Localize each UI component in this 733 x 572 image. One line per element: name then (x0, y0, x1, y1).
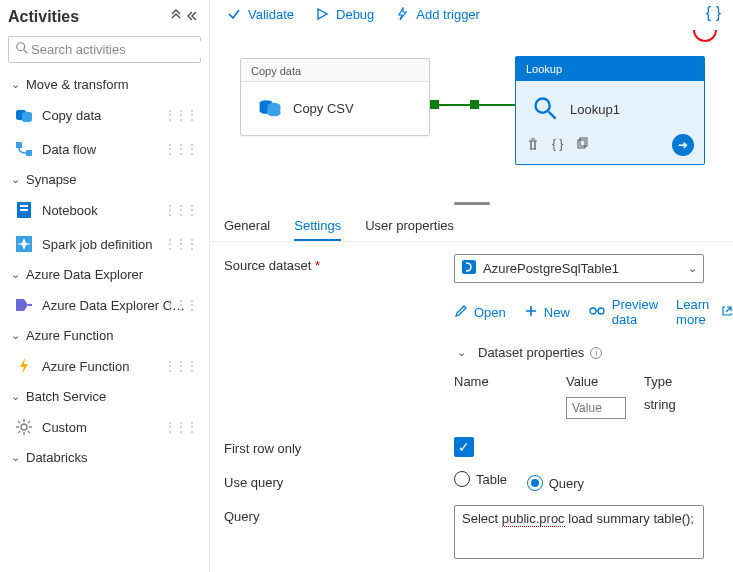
validate-button[interactable]: Validate (226, 6, 294, 22)
delete-icon[interactable] (526, 137, 540, 154)
chevron-down-icon: ⌄ (688, 262, 697, 275)
custom-gear-icon (14, 417, 34, 437)
chevron-down-icon: ⌄ (8, 173, 22, 186)
lookup-node[interactable]: Lookup Lookup1 { } ➜ (515, 56, 705, 165)
panel-resize-handle[interactable] (210, 202, 733, 206)
activities-panel: Activities ⌄ Move & transform Copy data … (0, 0, 210, 572)
group-function[interactable]: ⌄ Azure Function (8, 322, 201, 349)
activity-data-flow[interactable]: Data flow ⋮⋮⋮ (12, 132, 201, 166)
required-asterisk: * (315, 258, 320, 273)
col-value: Value (566, 374, 636, 389)
dataset-prop-value-input[interactable] (566, 397, 626, 419)
svg-point-7 (22, 118, 32, 122)
collapse-left-icon[interactable] (187, 9, 201, 26)
braces-icon[interactable]: { } (552, 137, 563, 154)
copy-data-icon (257, 94, 283, 123)
drag-handle-icon: ⋮⋮⋮ (164, 359, 197, 373)
open-dataset-link[interactable]: Open (454, 304, 506, 321)
svg-rect-12 (20, 209, 28, 211)
tab-settings[interactable]: Settings (294, 212, 341, 241)
svg-line-19 (18, 421, 20, 423)
settings-pane: Source dataset * AzurePostgreSqlTable1 ⌄ (210, 242, 733, 559)
copy-data-node[interactable]: Copy data Copy CSV (240, 58, 430, 136)
activity-copy-data[interactable]: Copy data ⋮⋮⋮ (12, 98, 201, 132)
chevron-down-icon: ⌄ (8, 390, 22, 403)
node-name: Lookup1 (570, 102, 620, 117)
lookup-icon (532, 95, 558, 124)
drag-handle-icon: ⋮⋮⋮ (164, 237, 197, 251)
group-databricks[interactable]: ⌄ Databricks (8, 444, 201, 471)
activities-title: Activities (8, 8, 79, 26)
tab-user-properties[interactable]: User properties (365, 212, 454, 241)
plus-icon (524, 304, 538, 321)
drag-handle-icon: ⋮⋮⋮ (164, 420, 197, 434)
col-type: Type (644, 374, 694, 389)
add-trigger-button[interactable]: Add trigger (394, 6, 480, 22)
new-dataset-link[interactable]: New (524, 304, 570, 321)
radio-circle-icon (454, 471, 470, 487)
run-step-button[interactable]: ➜ (672, 134, 694, 156)
group-adx[interactable]: ⌄ Azure Data Explorer (8, 261, 201, 288)
activity-custom[interactable]: Custom ⋮⋮⋮ (12, 410, 201, 444)
pipeline-canvas[interactable]: Copy data Copy CSV Lookup Lookup1 (210, 32, 733, 192)
main-area: Validate Debug Add trigger { } Copy data (210, 0, 733, 572)
chevron-down-icon: ⌄ (8, 451, 22, 464)
learn-more-link[interactable]: Learn more (676, 297, 733, 327)
activity-adx-command[interactable]: Azure Data Explorer C… ⋮⋮⋮ (12, 288, 201, 322)
group-batch[interactable]: ⌄ Batch Service (8, 383, 201, 410)
svg-line-22 (28, 421, 30, 423)
svg-rect-11 (20, 205, 28, 207)
clone-icon[interactable] (575, 137, 589, 154)
code-braces-button[interactable]: { } (706, 4, 721, 22)
external-link-icon (721, 305, 733, 320)
dataset-properties-toggle[interactable]: ⌄ Dataset properties i (454, 341, 733, 364)
node-name: Copy CSV (293, 101, 354, 116)
use-query-radio-query[interactable]: Query (527, 475, 584, 491)
activity-notebook[interactable]: Notebook ⋮⋮⋮ (12, 193, 201, 227)
check-icon (226, 6, 242, 22)
info-icon[interactable]: i (590, 347, 602, 359)
search-box[interactable] (8, 36, 201, 63)
first-row-only-label: First row only (224, 437, 444, 456)
query-label: Query (224, 505, 444, 524)
svg-line-30 (549, 112, 556, 119)
function-icon (14, 356, 34, 376)
source-dataset-dropdown[interactable]: AzurePostgreSqlTable1 ⌄ (454, 254, 704, 283)
chevron-down-icon: ⌄ (8, 268, 22, 281)
svg-point-14 (21, 424, 27, 430)
adx-icon (14, 295, 34, 315)
glasses-icon (588, 305, 606, 320)
notebook-icon (14, 200, 34, 220)
chevron-down-icon: ⌄ (8, 78, 22, 91)
preview-data-link[interactable]: Preview data (588, 297, 658, 327)
radio-circle-selected-icon (527, 475, 543, 491)
tab-general[interactable]: General (224, 212, 270, 241)
drag-handle-icon: ⋮⋮⋮ (164, 142, 197, 156)
svg-point-0 (17, 43, 25, 51)
debug-button[interactable]: Debug (314, 6, 374, 22)
search-input[interactable] (29, 41, 201, 58)
collapse-up-icon[interactable] (169, 9, 183, 26)
source-dataset-label: Source dataset (224, 258, 311, 273)
use-query-radio-table[interactable]: Table (454, 471, 507, 487)
warning-arc-icon (693, 30, 717, 42)
svg-rect-32 (580, 138, 587, 146)
svg-rect-9 (26, 150, 32, 156)
svg-rect-31 (578, 140, 585, 148)
activity-spark-job[interactable]: Spark job definition ⋮⋮⋮ (12, 227, 201, 261)
dataset-prop-type: string (644, 397, 694, 419)
svg-rect-33 (462, 260, 476, 274)
spark-job-icon (14, 234, 34, 254)
drag-handle-icon: ⋮⋮⋮ (164, 298, 197, 312)
success-connector[interactable] (432, 104, 517, 106)
drag-handle-icon: ⋮⋮⋮ (164, 108, 197, 122)
drag-handle-icon: ⋮⋮⋮ (164, 203, 197, 217)
query-textarea[interactable]: Select public.proc load summary table(); (454, 505, 704, 559)
pencil-icon (454, 304, 468, 321)
first-row-only-checkbox[interactable]: ✓ (454, 437, 474, 457)
svg-line-1 (24, 50, 28, 54)
detail-tabs: General Settings User properties (210, 206, 733, 242)
activity-azure-function[interactable]: Azure Function ⋮⋮⋮ (12, 349, 201, 383)
group-move-transform[interactable]: ⌄ Move & transform (8, 71, 201, 98)
group-synapse[interactable]: ⌄ Synapse (8, 166, 201, 193)
